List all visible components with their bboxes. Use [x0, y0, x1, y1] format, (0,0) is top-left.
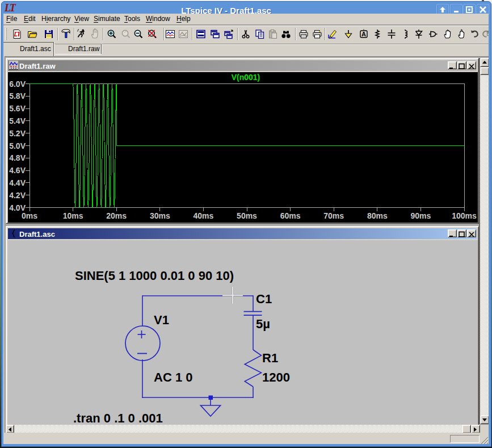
svg-text:V1: V1 [154, 313, 169, 327]
svg-text:5µ: 5µ [256, 317, 270, 331]
svg-text:4.8V: 4.8V [9, 153, 26, 162]
svg-text:40ms: 40ms [193, 211, 213, 220]
svg-text:60ms: 60ms [280, 211, 301, 220]
svg-text:C1: C1 [256, 292, 272, 306]
svg-text:AC 1 0: AC 1 0 [154, 370, 192, 384]
svg-text:5.4V: 5.4V [9, 116, 26, 125]
svg-text:90ms: 90ms [410, 211, 431, 220]
svg-text:100ms: 100ms [452, 211, 477, 220]
svg-text:80ms: 80ms [367, 211, 388, 220]
svg-text:5.0V: 5.0V [9, 141, 26, 150]
svg-text:4.2V: 4.2V [9, 191, 26, 200]
svg-text:5.6V: 5.6V [9, 104, 26, 113]
svg-text:4.4V: 4.4V [9, 178, 26, 187]
svg-text:50ms: 50ms [237, 211, 257, 220]
svg-text:SINE(5 1 1000 0.01 0 90 10): SINE(5 1 1000 0.01 0 90 10) [75, 269, 234, 283]
svg-text:70ms: 70ms [323, 211, 344, 220]
svg-text:5.2V: 5.2V [9, 129, 26, 138]
svg-text:20ms: 20ms [106, 211, 127, 220]
svg-text:10ms: 10ms [63, 211, 83, 220]
svg-text:6.0V: 6.0V [9, 79, 26, 89]
svg-text:30ms: 30ms [150, 211, 170, 220]
svg-text:1200: 1200 [262, 370, 290, 384]
svg-text:5.8V: 5.8V [9, 91, 26, 101]
svg-text:.tran 0 .1 0 .001: .tran 0 .1 0 .001 [73, 411, 163, 425]
svg-text:V(n001): V(n001) [232, 73, 260, 82]
svg-text:R1: R1 [262, 351, 278, 365]
svg-text:4.6V: 4.6V [9, 166, 26, 175]
svg-text:A: A [361, 31, 366, 37]
svg-text:0ms: 0ms [22, 211, 37, 220]
